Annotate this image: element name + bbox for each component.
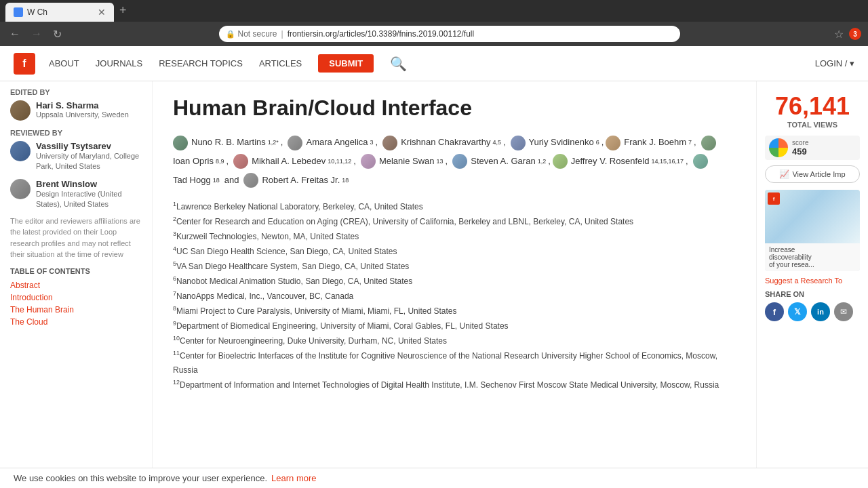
chart-icon: 📈	[779, 169, 789, 179]
reviewer-vassiliy-affil: University of Maryland, College Park, Un…	[36, 151, 142, 172]
login-button[interactable]: LOGIN / ▾	[815, 58, 854, 68]
share-linkedin[interactable]: in	[811, 302, 830, 321]
editor-name[interactable]: Hari S. Sharma	[36, 100, 129, 110]
author-1-sup: 1,2*	[268, 137, 279, 148]
cookie-banner: We use cookies on this website to improv…	[0, 468, 868, 488]
author-avatar-8	[361, 154, 376, 169]
ad-box[interactable]: f Increasediscoverabilityof your resea..…	[765, 190, 860, 271]
author-3-sup: 4,5	[492, 137, 501, 148]
affiliations: 1Lawrence Berkeley National Laboratory, …	[173, 199, 736, 392]
share-icons: f 𝕏 in ✉	[765, 302, 860, 321]
affil-10: 10Center for Neuroengineering, Duke Univ…	[173, 333, 736, 348]
authors-section: Nuno R. B. Martins1,2*, Amara Angelica3,…	[173, 134, 736, 188]
nav-journals[interactable]: JOURNALS	[96, 58, 142, 68]
author-avatar-6	[701, 136, 716, 150]
author-avatar-2	[288, 136, 302, 150]
toc-human-brain[interactable]: The Human Brain	[10, 304, 142, 316]
author-avatar-5	[606, 136, 620, 150]
share-label: SHARE ON	[765, 290, 860, 298]
url-separator: |	[281, 29, 283, 39]
toc-label: TABLE OF CONTENTS	[10, 267, 142, 275]
affil-6: 6Nanobot Medical Animation Studio, San D…	[173, 274, 736, 289]
forward-button[interactable]: →	[28, 26, 45, 41]
view-article-button[interactable]: 📈 View Article Imp	[765, 165, 860, 183]
share-twitter[interactable]: 𝕏	[788, 302, 807, 321]
affil-5: 5VA San Diego Healthcare System, San Die…	[173, 259, 736, 274]
suggest-text[interactable]: Suggest a Research To	[765, 277, 860, 285]
search-icon[interactable]: 🔍	[390, 56, 407, 72]
ad-text: Increasediscoverabilityof your resea...	[765, 243, 860, 271]
site-header: f ABOUT JOURNALS RESEARCH TOPICS ARTICLE…	[0, 46, 868, 81]
url-text: frontiersin.org/articles/10.3389/fnins.2…	[288, 29, 475, 39]
nav-articles[interactable]: ARTICLES	[259, 58, 302, 68]
author-9-sup: 1,2	[538, 156, 547, 167]
editor-affiliation: Uppsala University, Sweden	[36, 110, 129, 119]
affil-7: 7NanoApps Medical, Inc., Vancouver, BC, …	[173, 289, 736, 304]
share-email[interactable]: ✉	[834, 302, 853, 321]
author-11[interactable]: Tad Hogg	[173, 172, 211, 189]
reviewer-vassiliy: Vassiliy Tsytsarev University of Marylan…	[10, 141, 142, 172]
nav-research-topics[interactable]: RESEARCH TOPICS	[159, 58, 243, 68]
submit-button[interactable]: SUBMIT	[318, 54, 374, 73]
author-avatar-9	[452, 154, 467, 169]
altmetric-badge[interactable]: score 459	[765, 136, 860, 160]
share-facebook[interactable]: f	[765, 302, 784, 321]
bookmark-icon[interactable]: ☆	[834, 28, 844, 41]
site-logo[interactable]: f	[14, 53, 35, 75]
article-title: Human Brain/Cloud Interface	[173, 95, 736, 121]
affil-2: 2Center for Research and Education on Ag…	[173, 214, 736, 229]
author-2[interactable]: Amara Angelica	[306, 134, 368, 151]
author-3[interactable]: Krishnan Chakravarthy	[401, 134, 490, 151]
browser-tab[interactable]: W Ch ✕	[5, 3, 114, 22]
refresh-button[interactable]: ↻	[50, 26, 64, 42]
main-layout: EDITED BY Hari S. Sharma Uppsala Univers…	[0, 81, 868, 468]
author-11-sup: 18	[213, 175, 220, 186]
address-bar-row: ← → ↻ 🔒 Not secure | frontiersin.org/art…	[0, 22, 868, 46]
author-2-sup: 3	[370, 137, 374, 148]
back-button[interactable]: ←	[7, 26, 23, 41]
affil-3: 3Kurzweil Technologies, Newton, MA, Unit…	[173, 229, 736, 244]
right-panel: 76,141 TOTAL VIEWS score 459 📈 View Arti…	[756, 81, 868, 468]
toc-the-cloud[interactable]: The Cloud	[10, 316, 142, 328]
reviewer-vassiliy-avatar	[10, 141, 31, 161]
not-secure-label: Not secure	[238, 29, 277, 39]
address-bar[interactable]: 🔒 Not secure | frontiersin.org/articles/…	[219, 26, 680, 42]
extension-badge: 3	[849, 28, 861, 40]
cookie-learn-more[interactable]: Learn more	[271, 473, 316, 483]
sidebar: EDITED BY Hari S. Sharma Uppsala Univers…	[0, 81, 153, 468]
reviewer-brent-affil: Design Interactive (United States), Unit…	[36, 189, 142, 210]
author-avatar-12	[243, 173, 258, 188]
toc-introduction[interactable]: Introduction	[10, 291, 142, 304]
author-5[interactable]: Frank J. Boehm	[624, 134, 686, 151]
views-count: 76,141	[765, 92, 860, 121]
altmetric-score-label: score	[792, 139, 808, 146]
author-10[interactable]: Jeffrey V. Rosenfeld	[571, 153, 650, 170]
edited-by-label: EDITED BY	[10, 88, 142, 96]
affil-8: 8Miami Project to Cure Paralysis, Univer…	[173, 304, 736, 319]
tab-close-icon[interactable]: ✕	[98, 7, 106, 18]
reviewer-vassiliy-name[interactable]: Vassiliy Tsytsarev	[36, 141, 142, 151]
author-1[interactable]: Nuno R. B. Martins	[191, 134, 266, 151]
new-tab-button[interactable]: +	[114, 1, 132, 20]
author-4-sup: 6	[596, 137, 599, 148]
view-article-label: View Article Imp	[792, 170, 845, 178]
author-7[interactable]: Mikhail A. Lebedev	[252, 153, 326, 170]
reviewer-note: The editor and reviewers affiliations ar…	[10, 216, 142, 260]
browser-tab-bar: W Ch ✕ +	[0, 0, 868, 22]
author-4[interactable]: Yuriy Svidinenko	[529, 134, 594, 151]
author-12[interactable]: Robert A. Freitas Jr.	[262, 172, 340, 189]
tab-title: W Ch	[27, 7, 47, 17]
affil-12: 12Department of Information and Internet…	[173, 378, 736, 392]
reviewer-brent-name[interactable]: Brent Winslow	[36, 179, 142, 189]
author-6[interactable]: Ioan Opris	[173, 153, 214, 170]
lock-icon: 🔒	[226, 30, 235, 39]
site-nav: ABOUT JOURNALS RESEARCH TOPICS ARTICLES …	[49, 54, 374, 73]
altmetric-score: 459	[792, 146, 808, 157]
author-avatar-11	[693, 154, 708, 169]
author-8[interactable]: Melanie Swan	[379, 153, 435, 170]
reviewer-brent-avatar	[10, 179, 31, 199]
author-9[interactable]: Steven A. Garan	[471, 153, 535, 170]
tab-favicon	[14, 7, 23, 17]
nav-about[interactable]: ABOUT	[49, 58, 79, 68]
toc-abstract[interactable]: Abstract	[10, 279, 142, 291]
